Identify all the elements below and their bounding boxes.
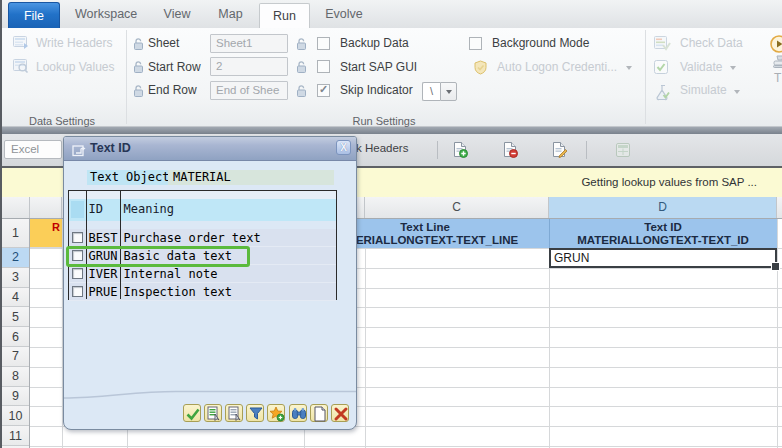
chevron-down-icon [626,66,632,70]
row-header-10[interactable]: 10 [2,406,29,426]
column-header-d[interactable]: D [549,197,777,218]
toolbar-separator [437,141,438,159]
validate-button[interactable]: Validate [680,60,722,74]
lock-icon [133,37,149,53]
table-header-corner [71,201,84,218]
row-header-5[interactable]: 5 [2,307,29,327]
row-header-7[interactable]: 7 [2,347,29,367]
table-row-iver[interactable]: IVER Internal note [69,265,336,283]
skip-indicator-checkbox[interactable] [317,84,330,97]
row-checkbox[interactable] [72,268,84,280]
check-data-button[interactable]: Check Data [680,36,743,50]
skip-indicator-dropdown-button[interactable] [440,82,457,101]
sheet-input[interactable]: Sheet1 [210,34,288,53]
window-divider-band [0,127,782,134]
lock-icon [133,60,149,76]
find-button[interactable] [289,404,307,422]
row-header-11[interactable]: 11 [2,426,29,446]
skip-indicator-value-field[interactable]: \ [422,82,440,101]
cell-d2-selected[interactable]: GRUN [549,248,777,268]
excel-scope-box[interactable]: Excel [4,140,62,159]
dialog-close-button[interactable]: X [336,140,351,155]
fill-handle[interactable] [771,262,780,271]
footer-divider [64,389,356,401]
highlight-annotation-grun [66,246,250,267]
background-mode-label: Background Mode [492,36,589,50]
dialog-title-bar[interactable]: Text ID X [64,137,356,161]
favorite-add-button[interactable] [267,404,285,422]
status-message: Getting lookup values from SAP ... [581,176,757,188]
lookup-values-button[interactable]: Lookup Values [36,60,115,74]
table-gap [69,221,336,230]
table-border [86,191,87,299]
tab-evolve[interactable]: Evolve [322,0,366,28]
filter-button[interactable] [246,404,264,422]
end-row-input[interactable]: End of Shee [210,81,288,100]
ok-button[interactable] [183,404,201,422]
column-header-c[interactable]: C [365,197,549,218]
cell-b1[interactable]: R [30,219,62,249]
row-meaning: Inspection text [124,285,232,299]
start-sap-gui-checkbox[interactable] [317,60,330,73]
row-header-6[interactable]: 6 [2,327,29,347]
row-checkbox[interactable] [72,286,84,298]
copy-plain-button[interactable] [225,404,243,422]
grid-line [549,219,550,249]
backup-data-checkbox[interactable] [317,37,330,50]
table-row-best[interactable]: BEST Purchase order text [69,229,336,247]
edit-row-icon[interactable] [551,142,567,158]
shield-icon [473,60,489,76]
binoculars-icon [291,406,307,422]
check-data-icon [654,36,670,52]
background-mode-checkbox[interactable] [469,37,482,50]
start-row-input[interactable]: 2 [210,57,288,76]
group-label-run-settings: Run Settings [334,115,434,127]
toolbar-separator [586,141,587,159]
row-checkbox[interactable] [72,232,84,244]
cell-d2-value: GRUN [554,251,589,265]
validate-icon [654,60,670,76]
tab-file[interactable]: File [8,2,60,28]
text-object-value-field[interactable]: MATERIAL [168,170,334,185]
row-header-4[interactable]: 4 [2,288,29,308]
dialog-window-icon [72,142,86,161]
row-header-2[interactable]: 2 [2,248,29,268]
column-header-b[interactable] [30,197,62,218]
text-id-dialog: Text ID X Text Object MATERIAL ID Meanin… [63,136,357,430]
group-separator [645,30,646,124]
row-header-9[interactable]: 9 [2,387,29,407]
row-header-3[interactable]: 3 [2,268,29,288]
select-all-corner[interactable] [2,197,30,218]
cancel-button[interactable] [331,404,349,422]
row-header-8[interactable]: 8 [2,367,29,387]
simulate-button[interactable]: Simulate [680,83,727,97]
add-row-icon[interactable] [452,142,468,158]
row-header-1[interactable]: 1 [2,219,29,249]
skip-indicator-label: Skip Indicator [340,83,413,97]
tab-map[interactable]: Map [217,0,244,28]
cell-c1-line1: Text Line [400,221,450,234]
partial-button-label: T [774,71,781,85]
new-page-button[interactable] [310,404,328,422]
write-headers-button[interactable]: Write Headers [36,36,112,50]
filter-icon [248,406,264,422]
tab-view[interactable]: View [163,0,191,28]
tab-run[interactable]: Run [259,3,310,28]
ribbon-run-panel: Write Headers Lookup Values Data Setting… [0,28,782,127]
tab-workspace[interactable]: Workspace [75,0,133,28]
backup-data-label: Backup Data [340,36,409,50]
auto-logon-button[interactable]: Auto Logon Credenti... [497,60,617,74]
column-header-e[interactable] [777,197,782,218]
table-tool-icon[interactable] [615,142,631,158]
grid-line [777,219,778,448]
delete-row-icon[interactable] [502,142,518,158]
mark-headers-label[interactable]: k Headers [356,142,408,154]
grid-line [365,219,366,448]
copy-list-button[interactable] [204,404,222,422]
lock-icon [296,84,312,100]
sheet-field-label: Sheet [148,36,179,50]
lock-icon [296,60,312,76]
lock-icon [133,84,149,100]
table-row-prue[interactable]: PRUE Inspection text [69,283,336,301]
copy-plain-icon [227,406,243,422]
